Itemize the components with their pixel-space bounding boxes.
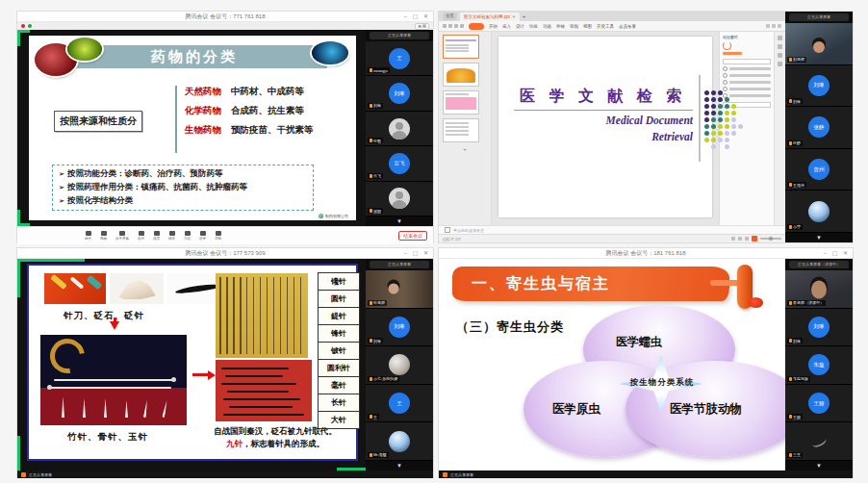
menu-tab[interactable]: 插入 — [502, 24, 511, 29]
window-control-icons[interactable] — [766, 24, 781, 28]
tab-document[interactable]: 医学文献检索与利用.ppt✕ — [460, 13, 520, 21]
close-tab-icon[interactable]: ✕ — [512, 14, 516, 19]
share-icon — [443, 472, 447, 477]
slide-thumbnail[interactable] — [443, 35, 479, 59]
participant-tile[interactable]: 曾州王海州 — [785, 149, 853, 191]
more-participants-button[interactable]: ▼ — [366, 461, 433, 470]
dot-icon — [731, 97, 736, 102]
dot-icon — [725, 124, 729, 129]
participants-sidebar-q3: 正在共享屏幕 张老师刘琳刘琳小七·乐能拍摄王王Mr.海螺 ▼ — [366, 259, 433, 470]
toolbar-button[interactable]: 成员 — [153, 231, 160, 241]
menu-tab[interactable]: 会员专享 — [619, 24, 636, 29]
dot-icon — [704, 111, 709, 115]
play-button[interactable] — [752, 236, 757, 242]
menu-tab[interactable]: 放映 — [556, 24, 565, 29]
avatar: 刘琳 — [389, 317, 410, 338]
drug-row: 化学药物合成药、抗生素等 — [185, 105, 314, 117]
window-controls[interactable]: – ▢ ✕ — [404, 249, 430, 256]
refresh-icon[interactable] — [723, 41, 731, 50]
participant-name-label: 王 — [368, 414, 379, 419]
sharing-indicator-bar[interactable]: 正在共享屏幕 — [439, 470, 853, 478]
participant-tile[interactable]: 张老师 — [366, 270, 433, 309]
dot-icon — [731, 144, 736, 149]
toolbar-button[interactable]: 静音 — [85, 231, 91, 241]
layout-button[interactable]: 布局 — [415, 23, 429, 30]
toolbar-button[interactable]: 共享屏幕 — [115, 231, 129, 241]
dot-icon — [738, 117, 743, 122]
slide-thumbnail[interactable] — [443, 118, 479, 142]
menu-tab[interactable]: 开始 — [489, 24, 498, 29]
new-tab-button[interactable]: + — [523, 13, 526, 19]
wps-share-pill-icon[interactable] — [469, 23, 484, 30]
menu-tab[interactable]: 动画 — [543, 24, 551, 29]
participant-tile[interactable]: 刘琳刘琳 — [785, 65, 853, 108]
view-icon[interactable] — [731, 237, 735, 241]
participant-tile[interactable]: 王王 — [366, 385, 433, 423]
participant-tile[interactable]: 小七·乐能拍摄 — [366, 346, 433, 385]
notes-bar[interactable]: 单击此处添加备注 — [439, 225, 785, 234]
participant-tile[interactable]: 刘老师 — [785, 23, 853, 65]
menu-tab[interactable]: 开发工具 — [597, 24, 614, 29]
tab-home[interactable]: 首页 — [443, 13, 457, 20]
mic-icon — [370, 104, 372, 108]
avatar: 王 — [389, 393, 410, 414]
participant-tile[interactable]: 刘琳刘琳 — [366, 76, 433, 111]
effect-field[interactable] — [723, 59, 771, 64]
titlebar[interactable]: 腾讯会议 会议号：771 761 818 – ▢ ✕ — [17, 12, 433, 22]
participant-tile[interactable]: 三生 — [785, 422, 853, 461]
participant-tile[interactable]: 张静张静 — [785, 107, 853, 149]
menu-tab[interactable]: 设计 — [516, 24, 524, 29]
more-participants-button[interactable]: ▼ — [785, 233, 853, 242]
toolbar-button[interactable]: 聊天 — [168, 231, 175, 241]
add-slide-button[interactable]: + — [443, 146, 487, 152]
wps-tab-bar: 首页 医学文献检索与利用.ppt✕ + — [439, 12, 785, 21]
menu-tab[interactable]: 切换 — [529, 24, 538, 29]
participant-tile[interactable]: 云飞云飞 — [366, 146, 433, 181]
menu-tab[interactable]: 审阅 — [570, 24, 578, 29]
participant-name-label: 小七·乐能拍摄 — [368, 376, 399, 382]
participant-name-label: 王海州 — [787, 182, 806, 188]
window-controls[interactable]: – ▢ ✕ — [824, 249, 850, 256]
participant-tile[interactable]: 朱蕴朱蕴无际 — [785, 346, 853, 385]
titlebar[interactable]: 腾讯会议 会议号：181 761 818 – ▢ ✕ — [439, 248, 853, 259]
toolbar-button[interactable]: 视频 — [100, 231, 107, 241]
slide-thumbnail-panel[interactable]: + — [439, 32, 492, 225]
needle-cell: 锋针 — [318, 324, 360, 343]
participant-tile[interactable]: 张敏 — [366, 112, 433, 146]
participant-tile[interactable]: 小宇 — [785, 191, 853, 233]
right-arrow-icon — [192, 373, 208, 376]
toolbar-button[interactable]: 设置 — [199, 231, 206, 241]
participant-tile[interactable]: 谢丽 — [366, 182, 433, 216]
dot-icon — [725, 90, 729, 95]
participant-tile[interactable]: 王丽王丽 — [785, 385, 853, 423]
toolbar-button[interactable]: 邀请 — [138, 231, 144, 241]
zoom-slider[interactable] — [760, 238, 781, 240]
toolbar-button[interactable]: 文档 — [184, 231, 191, 241]
participant-tile[interactable]: 王zwangju — [366, 41, 433, 76]
participant-tile[interactable]: Mr.海螺 — [366, 422, 433, 461]
view-icon[interactable] — [738, 237, 742, 241]
sharing-indicator-bar[interactable]: 正在共享屏幕 — [17, 470, 433, 478]
slide-thumbnail[interactable] — [443, 63, 479, 87]
toolbar-icon — [86, 231, 91, 236]
menu-tab[interactable]: 视图 — [583, 24, 592, 29]
more-participants-button[interactable]: ▼ — [785, 461, 853, 470]
participant-name-label: 三生 — [787, 452, 803, 458]
add-effect-button[interactable] — [723, 52, 742, 55]
more-participants-button[interactable]: ▼ — [366, 216, 433, 226]
slide-thumbnail[interactable] — [443, 90, 479, 114]
quick-access-icons[interactable] — [443, 24, 464, 28]
toolbar-button[interactable]: 录制 — [215, 231, 221, 241]
window-controls[interactable]: – ▢ ✕ — [404, 13, 430, 19]
dark-avatar — [810, 434, 829, 449]
end-meeting-button[interactable]: 结束会议 — [398, 231, 427, 241]
participant-tile[interactable]: 李老师（讲课中） — [785, 270, 853, 309]
titlebar[interactable]: 腾讯会议 会议号：177 573 909 – ▢ ✕ — [17, 248, 433, 259]
view-icon[interactable] — [745, 237, 749, 241]
participant-name-label: Mr.海螺 — [368, 452, 389, 458]
participant-tile[interactable]: 刘琳刘琳 — [366, 309, 433, 347]
side-icon-strip[interactable] — [774, 32, 785, 225]
participant-tile[interactable]: 刘琳刘琳 — [785, 309, 853, 347]
dot-icon — [738, 97, 743, 102]
participants-sidebar-q2: 正在共享屏幕 刘老师刘琳刘琳张静张静曾州王海州小宇 ▼ — [785, 12, 853, 242]
